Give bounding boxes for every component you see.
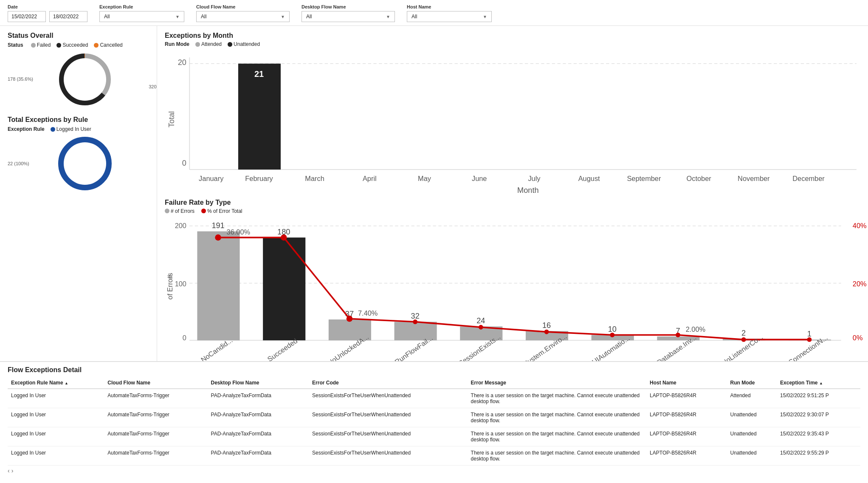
svg-text:Total: Total: [167, 111, 176, 127]
date-to-input[interactable]: 18/02/2022: [49, 11, 87, 22]
filter-bar: Date 15/02/2022 18/02/2022 Exception Rul…: [0, 0, 868, 26]
exceptions-legend: Exception Rule Logged In User: [8, 126, 149, 132]
exception-rule-filter-group: Exception Rule All ▼: [99, 4, 184, 22]
logged-in-user-dot: [51, 127, 55, 132]
svg-text:0: 0: [182, 159, 186, 167]
dot-9: [741, 337, 746, 342]
cell-error-message: There is a user session on the target ma…: [468, 389, 647, 408]
cell-exception-rule: Logged In User: [8, 389, 104, 408]
date-filter-label: Date: [8, 4, 87, 9]
svg-text:August: August: [578, 175, 600, 182]
date-from-input[interactable]: 15/02/2022: [8, 11, 46, 22]
status-legend-label: Status: [8, 42, 23, 48]
col-error-message: Error Message: [468, 377, 647, 389]
svg-text:20: 20: [178, 58, 186, 67]
svg-text:2: 2: [741, 329, 746, 337]
svg-text:191: 191: [211, 221, 224, 230]
col-exception-rule-name: Exception Rule Name ▲: [8, 377, 104, 389]
donut-left-label: 178 (35.6%): [8, 76, 33, 82]
svg-text:20%: 20%: [853, 280, 867, 287]
col-run-mode: Run Mode: [727, 377, 777, 389]
svg-point-3: [64, 58, 106, 101]
host-name-select[interactable]: All ▼: [407, 11, 492, 22]
cell-exception-time: 15/02/2022 9:51:25 P: [777, 389, 860, 408]
cell-run-mode: Unattended: [727, 446, 777, 466]
exceptions-donut-label: 22 (100%): [8, 161, 29, 166]
exceptions-by-month-section: Exceptions by Month Run Mode Attended Un…: [165, 32, 860, 190]
exceptions-donut-container: 22 (100%): [20, 134, 149, 193]
cell-error-message: There is a user session on the target ma…: [468, 427, 647, 446]
cancelled-legend-item: Cancelled: [94, 42, 122, 48]
svg-point-5: [64, 142, 106, 185]
svg-text:January: January: [199, 175, 224, 182]
dot-4: [413, 319, 417, 324]
cell-desktop-flow: PAD-AnalyzeTaxFormData: [208, 446, 309, 466]
desktop-flow-select[interactable]: All ▼: [302, 11, 395, 22]
host-name-label: Host Name: [407, 4, 492, 9]
cell-error-code: SessionExistsForTheUserWhenUnattended: [309, 446, 468, 466]
cell-error-code: SessionExistsForTheUserWhenUnattended: [309, 389, 468, 408]
svg-text:36.00%: 36.00%: [227, 228, 251, 235]
scroll-left-icon[interactable]: ‹: [8, 467, 10, 474]
svg-text:200: 200: [175, 222, 186, 229]
svg-text:Month: Month: [517, 186, 539, 195]
svg-text:December: December: [792, 175, 825, 182]
cell-exception-time: 15/02/2022 9:30:07 P: [777, 408, 860, 427]
col-cloud-flow-name: Cloud Flow Name: [104, 377, 207, 389]
cell-run-mode: Unattended: [727, 427, 777, 446]
cloud-flow-chevron-icon: ▼: [281, 14, 285, 19]
exceptions-by-month-chart: 20 0 Total 21 January February: [165, 50, 860, 189]
sort-icon: ▲: [65, 381, 68, 385]
table-row[interactable]: Logged In User AutomateTaxForms-Trigger …: [8, 389, 860, 408]
svg-text:February: February: [245, 175, 273, 182]
svg-text:16: 16: [542, 321, 551, 330]
cell-desktop-flow: PAD-AnalyzeTaxFormData: [208, 408, 309, 427]
cell-exception-rule: Logged In User: [8, 427, 104, 446]
svg-text:#: #: [166, 274, 174, 279]
svg-text:40%: 40%: [853, 222, 867, 229]
cell-desktop-flow: PAD-AnalyzeTaxFormData: [208, 389, 309, 408]
svg-text:32: 32: [411, 312, 420, 320]
attended-legend: Attended: [195, 41, 222, 47]
bar-nocandidate: [197, 231, 240, 340]
col-exception-time: Exception Time ▲: [777, 377, 860, 389]
svg-text:24: 24: [476, 316, 485, 325]
dot-6: [544, 329, 549, 334]
col-error-code: Error Code: [309, 377, 468, 389]
cell-host-name: LAPTOP-B5826R4R: [646, 408, 727, 427]
svg-text:June: June: [472, 175, 487, 182]
exception-rule-chevron-icon: ▼: [175, 14, 180, 19]
feb-bar: [238, 64, 281, 169]
status-donut-container: 178 (35.6%) 320 (64%): [20, 50, 149, 109]
dot-3: [347, 316, 353, 322]
scroll-right-icon[interactable]: ›: [11, 467, 14, 474]
svg-text:1: 1: [807, 330, 812, 338]
failure-rate-chart: 200 100 0 40% 20% 0% of Errors #: [165, 217, 860, 362]
cell-error-code: SessionExistsForTheUserWhenUnattended: [309, 427, 468, 446]
table-row[interactable]: Logged In User AutomateTaxForms-Trigger …: [8, 427, 860, 446]
status-overall-section: Status Overall Status Failed Succeeded C…: [8, 32, 149, 109]
flow-exceptions-table: Exception Rule Name ▲ Cloud Flow Name De…: [8, 377, 860, 466]
cell-desktop-flow: PAD-AnalyzeTaxFormData: [208, 427, 309, 446]
svg-text:November: November: [738, 175, 770, 182]
cell-error-message: There is a user session on the target ma…: [468, 446, 647, 466]
svg-text:2.00%: 2.00%: [686, 325, 705, 333]
svg-text:0: 0: [183, 334, 186, 342]
sort-up-icon: ▲: [819, 381, 823, 385]
cell-exception-rule: Logged In User: [8, 446, 104, 466]
succeeded-legend-item: Succeeded: [56, 42, 88, 48]
total-exceptions-section: Total Exceptions by Rule Exception Rule …: [8, 116, 149, 193]
pct-legend: % of Error Total: [201, 208, 242, 214]
cell-cloud-flow: AutomateTaxForms-Trigger: [104, 389, 207, 408]
cell-host-name: LAPTOP-B5826R4R: [646, 389, 727, 408]
cloud-flow-filter-group: Cloud Flow Name All ▼: [196, 4, 290, 22]
failure-rate-section: Failure Rate by Type # of Errors % of Er…: [165, 199, 860, 362]
table-row[interactable]: Logged In User AutomateTaxForms-Trigger …: [8, 408, 860, 427]
cell-run-mode: Unattended: [727, 408, 777, 427]
cloud-flow-select[interactable]: All ▼: [196, 11, 290, 22]
table-row[interactable]: Logged In User AutomateTaxForms-Trigger …: [8, 446, 860, 466]
svg-text:March: March: [305, 175, 324, 182]
exception-rule-select[interactable]: All ▼: [99, 11, 184, 22]
status-legend: Status Failed Succeeded Cancelled: [8, 42, 149, 48]
dot-1: [215, 234, 221, 240]
